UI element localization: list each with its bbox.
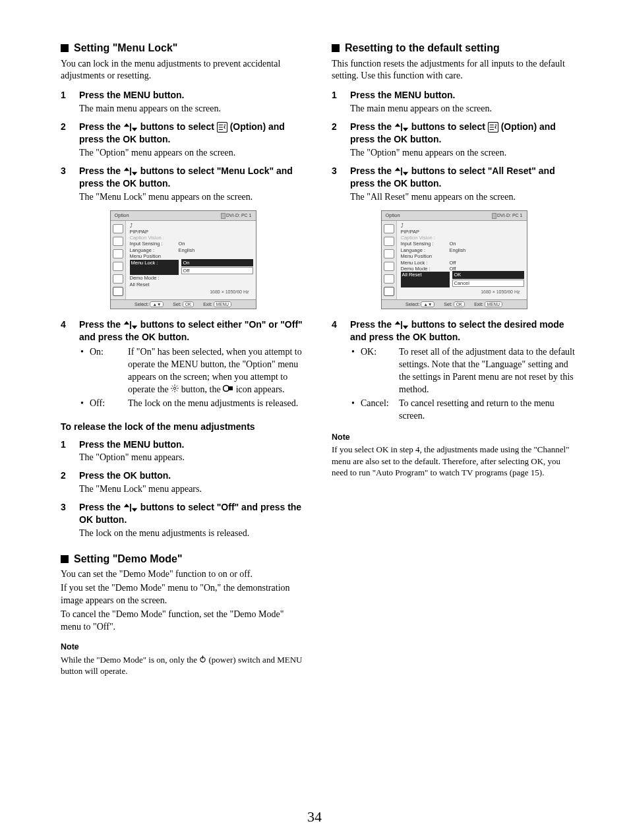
osd-key: Language : xyxy=(401,247,447,253)
osd-tab-icon xyxy=(384,249,394,258)
osd-key: Demo Mode : xyxy=(130,275,176,281)
demo-p1: You can set the "Demo Mode" function to … xyxy=(61,568,305,581)
step: 2 Press the buttons to select (Option) a… xyxy=(61,121,305,160)
step: 3 Press the buttons to select "Menu Lock… xyxy=(61,165,305,204)
osd-icon-strip xyxy=(111,221,126,299)
osd-tab-icon xyxy=(113,249,123,258)
osd-key: Menu Position xyxy=(401,253,447,259)
osd-tab-icon xyxy=(384,274,394,284)
osd-tab-icon xyxy=(113,224,123,233)
osd-popup-option: On xyxy=(181,259,253,266)
osd-row: Menu Position xyxy=(401,253,524,259)
osd-value xyxy=(179,229,253,235)
osd-key: Menu Position xyxy=(130,253,176,259)
osd-row: Language :English xyxy=(130,247,253,253)
ok-key-icon: OK xyxy=(454,301,465,307)
osd-row: Caption Vision : xyxy=(401,235,524,241)
osd-key: All Reset xyxy=(401,272,450,287)
osd-value: On xyxy=(450,241,524,247)
lock-icon xyxy=(223,384,233,394)
up-down-arrows-icon xyxy=(394,165,409,176)
osd-footer: Select:▲▼ Set:OK Exit:MENU xyxy=(111,299,256,309)
osd-icon-strip xyxy=(382,221,397,299)
demo-p3: To cancel the "Demo Mode" function, set … xyxy=(61,609,305,634)
square-bullet-icon xyxy=(61,44,69,52)
osd-value xyxy=(450,253,524,259)
osd-resolution: 1680 × 1050/60 Hz xyxy=(130,287,253,297)
osd-key: Demo Mode : xyxy=(401,266,447,272)
osd-value: OKCancel xyxy=(452,272,524,287)
menu-key-icon: MENU xyxy=(214,301,231,307)
reset-title: Resetting to the default setting xyxy=(332,41,576,55)
step: 1 Press the MENU button. The "Option" me… xyxy=(61,438,305,465)
osd-key: PIP/PAP xyxy=(130,229,176,235)
back-arrow-icon: ⤴ xyxy=(401,224,524,229)
option-icon xyxy=(217,121,227,132)
up-down-arrows-icon xyxy=(123,319,138,330)
osd-tab-icon xyxy=(113,262,123,271)
up-down-arrows-icon xyxy=(123,121,138,132)
up-down-arrows-icon xyxy=(123,502,138,512)
demo-note-body: While the "Demo Mode" is on, only the (p… xyxy=(61,654,305,677)
bullet-on: • On: If "On" has been selected, when yo… xyxy=(80,346,305,396)
osd-value: OnOff xyxy=(181,260,253,276)
osd-value: English xyxy=(450,247,524,253)
osd-tab-icon xyxy=(384,287,394,296)
osd-value: On xyxy=(179,241,253,247)
demo-mode-title: Setting "Demo Mode" xyxy=(61,552,305,566)
osd-popup-option: Cancel xyxy=(452,280,524,287)
osd-source: DVI-D: PC 1 xyxy=(497,212,523,218)
osd-row: PIP/PAP xyxy=(130,229,253,235)
demo-p2: If you set the "Demo Mode" menu to "On,"… xyxy=(61,582,305,607)
osd-row: Language :English xyxy=(401,247,524,253)
square-bullet-icon xyxy=(332,44,340,52)
square-bullet-icon xyxy=(61,555,69,563)
osd-row: Input Sensing :On xyxy=(401,241,524,247)
ok-key-icon: OK xyxy=(183,301,194,307)
osd-value xyxy=(179,275,253,281)
reset-intro: This function resets the adjustments for… xyxy=(332,58,576,83)
osd-value: Off xyxy=(450,260,524,266)
osd-title: Option xyxy=(115,212,129,219)
menu-key-icon: MENU xyxy=(485,301,502,307)
step: 1 Press the MENU button. The main menu a… xyxy=(332,89,576,115)
step: 1 Press the MENU button. The main menu a… xyxy=(61,89,305,115)
osd-tab-icon xyxy=(113,287,123,296)
step: 2 Press the OK button. The "Menu Lock" m… xyxy=(61,469,305,496)
menu-lock-title: Setting "Menu Lock" xyxy=(61,41,305,55)
osd-tab-icon xyxy=(113,274,123,284)
step-head: Press the buttons to select either "On" … xyxy=(79,318,305,344)
osd-footer: Select:▲▼ Set:OK Exit:MENU xyxy=(382,299,527,309)
osd-row: Demo Mode : xyxy=(130,275,253,281)
menu-lock-intro: You can lock in the menu adjustments to … xyxy=(61,58,305,83)
osd-row: All Reset xyxy=(130,282,253,287)
release-lock-title: To release the lock of the menu adjustme… xyxy=(61,421,305,433)
step-head: Press the buttons to select "Menu Lock" … xyxy=(79,165,305,190)
osd-key: Input Sensing : xyxy=(401,241,447,247)
select-key-icon: ▲▼ xyxy=(150,301,164,307)
osd-tab-icon xyxy=(384,237,394,246)
osd-popup-option: OK xyxy=(452,271,524,278)
osd-menu-lock: Option DVI-D: PC 1 ⤴ PIP/PAPCaption V xyxy=(110,210,256,310)
osd-row: PIP/PAP xyxy=(401,229,524,235)
osd-key: All Reset xyxy=(130,282,176,287)
right-column: Resetting to the default setting This fu… xyxy=(332,41,576,677)
osd-value xyxy=(179,282,253,287)
osd-tab-icon xyxy=(384,262,394,271)
osd-key: Language : xyxy=(130,247,176,253)
osd-row: Menu Lock :Off xyxy=(401,260,524,266)
menu-lock-steps: 1 Press the MENU button. The main menu a… xyxy=(61,89,305,203)
osd-key: Menu Lock : xyxy=(130,260,179,276)
osd-key: Caption Vision : xyxy=(130,235,176,241)
step: 3 Press the buttons to select "Off" and … xyxy=(61,501,305,540)
step: 2 Press the buttons to select (Option) a… xyxy=(332,121,576,160)
osd-tab-icon xyxy=(113,237,123,246)
osd-key: Input Sensing : xyxy=(130,241,176,247)
step: 4 Press the buttons to select the desire… xyxy=(332,318,576,423)
page-number: 34 xyxy=(0,807,629,827)
demo-note-head: Note xyxy=(61,642,305,653)
osd-all-reset: Option DVI-D: PC 1 ⤴ PIP/PAPCaption V xyxy=(381,210,527,310)
osd-list: ⤴ PIP/PAPCaption Vision :Input Sensing :… xyxy=(126,221,256,299)
osd-value xyxy=(179,235,253,241)
step: 3 Press the buttons to select "All Reset… xyxy=(332,165,576,204)
